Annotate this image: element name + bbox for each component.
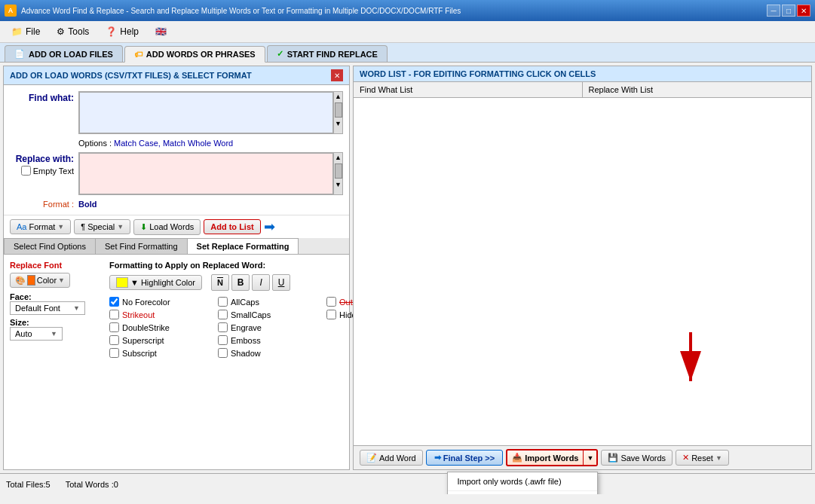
doublestrike-checkbox[interactable] — [109, 322, 119, 332]
add-to-list-button[interactable]: Add to List — [204, 219, 260, 234]
no-forecolor-item: No Forecolor — [109, 297, 215, 307]
bottom-toolbar: 📝 Add Word ➡ Final Step >> 📥 Import Word… — [354, 445, 811, 469]
menu-bar: 📁 File ⚙ Tools ❓ Help 🇬🇧 — [0, 21, 815, 43]
smallcaps-label: SmallCaps — [231, 310, 271, 319]
check-icon: ✓ — [277, 49, 283, 59]
allcaps-label: AllCaps — [231, 298, 259, 307]
format-buttons: N B I U — [211, 274, 290, 291]
smallcaps-checkbox[interactable] — [218, 310, 228, 319]
final-step-button[interactable]: ➡ Final Step >> — [426, 450, 503, 466]
red-arrow-indicator — [668, 325, 713, 393]
special-button[interactable]: ¶ Special ▼ — [74, 219, 130, 234]
find-scrollbar[interactable]: ▲ ▼ — [333, 92, 342, 133]
tab-add-files[interactable]: 📄 ADD OR LOAD FILES — [5, 45, 123, 62]
replace-font-label: Replace Font — [10, 261, 100, 270]
i-label: I — [259, 277, 262, 288]
import-words-button[interactable]: 📥 Import Words — [506, 449, 584, 466]
shadow-checkbox[interactable] — [218, 348, 228, 358]
add-to-list-label: Add to List — [210, 222, 253, 231]
tab-add-words[interactable]: 🏷 ADD WORDS OR PHRASES — [124, 46, 265, 63]
import-only-option[interactable]: Import only words (.awfr file) — [448, 472, 597, 491]
replace-scrollbar-thumb[interactable] — [335, 163, 342, 179]
color-label: Color — [37, 276, 57, 285]
tab-find-replace[interactable]: ✓ START FIND REPLACE — [267, 45, 388, 62]
no-forecolor-checkbox[interactable] — [109, 297, 119, 307]
save-words-label: Save Words — [620, 454, 666, 463]
save-words-button[interactable]: 💾 Save Words — [601, 450, 673, 466]
highlight-label: ▼ — [130, 278, 139, 287]
title-bar-controls[interactable]: ─ □ ✕ — [767, 5, 810, 17]
close-button[interactable]: ✕ — [797, 5, 810, 17]
final-step-icon: ➡ — [434, 453, 441, 463]
replace-font-section: Replace Font 🎨 Color ▼ Face: Default Fon… — [10, 261, 100, 358]
format-row: Format : Bold — [10, 200, 343, 209]
format-button[interactable]: Aa Format ▼ — [10, 219, 71, 234]
find-textarea-border: ▲ ▼ — [78, 91, 343, 134]
engrave-checkbox[interactable] — [218, 322, 228, 332]
sub-tab-find-formatting-label: Set Find Formatting — [105, 242, 178, 251]
highlight-icon — [116, 277, 128, 288]
import-dropdown-trigger[interactable]: ▼ — [584, 449, 598, 466]
sub-tab-find-formatting[interactable]: Set Find Formatting — [95, 238, 188, 254]
font-select[interactable]: Default Font ▼ — [10, 301, 85, 315]
add-word-button[interactable]: 📝 Add Word — [360, 450, 423, 466]
replace-scrollbar[interactable]: ▲ ▼ — [333, 153, 342, 194]
strikeout-checkbox[interactable] — [109, 310, 119, 319]
outline-checkbox[interactable] — [326, 297, 336, 307]
reset-button[interactable]: ✕ Reset ▼ — [676, 450, 729, 466]
empty-text-label: Empty Text — [33, 166, 74, 176]
panel-close-button[interactable]: ✕ — [331, 69, 343, 81]
scrollbar-thumb[interactable] — [335, 102, 342, 118]
maximize-button[interactable]: □ — [782, 5, 795, 17]
right-panel-body — [354, 264, 811, 445]
doublestrike-item: DoubleStrike — [109, 322, 215, 332]
emboss-checkbox[interactable] — [218, 335, 228, 345]
allcaps-checkbox[interactable] — [218, 297, 228, 307]
left-panel: ADD OR LOAD WORDS (CSV/TXT FILES) & SELE… — [3, 66, 350, 470]
emboss-item: Emboss — [218, 335, 323, 345]
tools-icon: ⚙ — [57, 26, 65, 37]
empty-text-checkbox[interactable] — [21, 166, 31, 176]
special-icon: ¶ — [81, 222, 85, 231]
left-panel-title: ADD OR LOAD WORDS (CSV/TXT FILES) & SELE… — [10, 71, 252, 80]
left-panel-header: ADD OR LOAD WORDS (CSV/TXT FILES) & SELE… — [4, 66, 349, 85]
italic-format-button[interactable]: I — [252, 274, 270, 291]
underline-format-button[interactable]: U — [272, 274, 290, 291]
menu-file[interactable]: 📁 File — [5, 23, 47, 40]
import-formatting-option[interactable]: Import with formatting (.awfr file) — [448, 491, 597, 494]
format-button-label: Format — [29, 222, 55, 231]
right-panel-title: WORD LIST - FOR EDITING FORMATTING CLICK… — [360, 69, 596, 78]
sub-tab-replace-formatting-label: Set Replace Formatting — [197, 242, 290, 251]
add-arrow-icon[interactable]: ➡ — [264, 218, 275, 235]
find-what-label: Find what: — [10, 91, 74, 103]
empty-text-checkbox-row: Empty Text — [21, 166, 74, 176]
menu-help-label: Help — [120, 26, 139, 37]
subscript-checkbox[interactable] — [109, 348, 119, 358]
highlight-color-button[interactable]: ▼ Highlight Color — [109, 275, 202, 290]
size-dropdown-arrow: ▼ — [51, 330, 57, 338]
color-button[interactable]: 🎨 Color ▼ — [10, 273, 70, 288]
final-step-label: Final Step >> — [443, 454, 495, 463]
menu-help[interactable]: ❓ Help — [99, 23, 146, 40]
menu-tools[interactable]: ⚙ Tools — [50, 23, 96, 40]
load-words-button[interactable]: ⬇ Load Words — [133, 219, 201, 235]
files-icon: 📄 — [14, 49, 25, 59]
strikeout-label: Strikeout — [122, 310, 155, 319]
size-select[interactable]: Auto ▼ — [10, 327, 63, 341]
minimize-button[interactable]: ─ — [767, 5, 780, 17]
hidden-checkbox[interactable] — [326, 310, 336, 319]
engrave-item: Engrave — [218, 322, 323, 332]
find-what-input[interactable] — [79, 92, 333, 133]
form-area: Find what: ▲ ▼ Options : Match Case, Mat… — [4, 85, 349, 215]
replace-with-input[interactable] — [79, 153, 333, 194]
tab-add-words-label: ADD WORDS OR PHRASES — [146, 50, 256, 59]
bold-format-button[interactable]: B — [231, 274, 250, 291]
sub-tab-find-options[interactable]: Select Find Options — [4, 238, 96, 254]
doublestrike-label: DoubleStrike — [122, 323, 170, 332]
title-bar-left: A Advance Word Find & Replace - Search a… — [5, 5, 461, 17]
menu-language[interactable]: 🇬🇧 — [149, 23, 173, 40]
font-dropdown-arrow: ▼ — [73, 304, 80, 312]
sub-tab-replace-formatting[interactable]: Set Replace Formatting — [187, 238, 299, 254]
superscript-checkbox[interactable] — [109, 335, 119, 345]
normal-format-button[interactable]: N — [211, 274, 229, 291]
